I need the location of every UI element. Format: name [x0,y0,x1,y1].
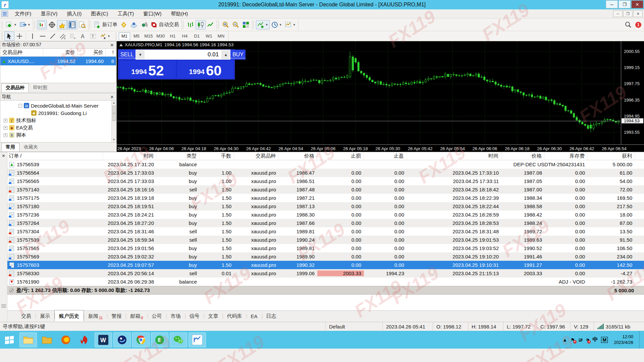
crosshair-tool-button[interactable] [14,32,24,41]
order-row[interactable]: 157571402023.04.25 18:16:16sell1.50xauus… [7,185,644,194]
order-row[interactable]: 157583302023.04.25 20:56:14sell0.01xauus… [7,269,644,278]
orders-column-header[interactable]: 价格 [279,152,317,160]
market-watch-row[interactable]: XAUUSD....1994.521994.608 [0,57,116,65]
minimize-button[interactable]: ─ [606,0,618,8]
order-row[interactable]: 157571802023.04.25 18:19:51buy1.50xauusd… [7,202,644,210]
history-center-button[interactable] [119,20,129,29]
channel-tool-button[interactable]: E [58,32,68,41]
zoom-in-button[interactable] [221,20,231,29]
indicators-button[interactable]: ▼ [256,20,270,29]
menu-t[interactable]: 工具(T) [113,9,139,18]
terminal-tab-信号[interactable]: 信号 [185,311,204,321]
restore-button[interactable]: ❐ [619,0,631,8]
orders-column-header[interactable]: 时间 [103,152,157,160]
terminal-tab-文章[interactable]: 文章 [204,311,223,321]
navigator-scrollbar[interactable]: ▲≡▼ [111,101,116,142]
timeframe-h4-button[interactable]: H4 [179,32,191,40]
search-button[interactable] [623,20,633,29]
timeframe-mn-button[interactable]: MN [215,32,227,40]
order-row[interactable]: 157572642023.04.25 18:27:20buy1.50xauusd… [7,219,644,227]
data-window-button[interactable] [77,20,87,29]
orders-column-header[interactable]: 交易品种 [234,152,279,160]
menu-w[interactable]: 窗口(W) [139,9,166,18]
navigator-close-icon[interactable]: ✕ [109,95,115,100]
nav-item-user[interactable]: ☻2019991: Guodong Li [2,109,116,117]
menu-c[interactable]: 图表(C) [86,9,113,18]
wechat-taskbar-button[interactable] [170,333,187,347]
menu-i[interactable]: 插入(I) [62,9,86,18]
market-watch-column-header[interactable]: 卖价 [43,49,77,56]
profile-indicator[interactable]: Default [325,322,382,331]
tree-expander-icon[interactable]: + [4,126,7,130]
orders-column-header[interactable]: 手数 [200,152,234,160]
child-minimize-button[interactable]: ─ [613,10,623,17]
network-icon[interactable]: 🖳 [578,337,583,343]
chrome-taskbar-button[interactable] [132,333,150,347]
ime-indicator[interactable]: 中 [592,336,598,343]
nav-item-server[interactable]: -▤DecodeGlobalLtd-Main Server [2,102,116,109]
terminal-tab-警报[interactable]: 警报 [107,311,126,321]
market-watch-tab-即时图[interactable]: 即时图 [29,83,52,92]
zoom-out-button[interactable] [231,20,241,29]
signals-button[interactable] [139,20,149,29]
order-row[interactable]: 157565652023.04.25 17:33:03buy1.00xauusd… [7,177,644,185]
chart-panel[interactable]: XAUUSD.PRO,M1 1994.16 1994.56 1994.16 19… [117,41,644,152]
navigator-tab-常用[interactable]: 常用 [1,143,19,152]
timeframe-w1-button[interactable]: W1 [203,32,215,40]
periods-button[interactable]: ▼ [270,20,283,29]
terminal-tab-日志[interactable]: 日志 [262,311,281,321]
phoenix-taskbar-button[interactable] [76,333,93,347]
market-watch-column-header[interactable]: ! [106,49,116,56]
child-close-button[interactable]: ✕ [633,10,643,17]
taskbar-clock[interactable]: 12:00 2023/4/26 [611,334,636,346]
tree-expander-icon[interactable]: - [18,104,22,108]
menu-v[interactable]: 显示(V) [36,9,62,18]
orders-column-header[interactable]: 价格 [501,152,545,160]
tree-expander-icon[interactable]: + [4,133,7,137]
order-row[interactable]: 157575692023.04.25 19:02:32buy1.50xauusd… [7,252,644,261]
terminal-tab-市场[interactable]: 市场 [166,311,185,321]
timeframe-m1-button[interactable]: M1 [119,32,130,40]
file-explorer-taskbar-button[interactable] [19,333,37,347]
order-row[interactable]: 157573042023.04.25 18:31:46sell1.50xauus… [7,227,644,236]
timeframe-d1-button[interactable]: D1 [191,32,203,40]
firefox-taskbar-button[interactable] [57,333,74,347]
terminal-grip-icon[interactable] [1,304,6,308]
orders-column-header[interactable]: 获利 [588,152,635,160]
terminal-tab-邮箱[interactable]: 邮箱8 [126,311,147,321]
navigator-tab-收藏夹[interactable]: 收藏夹 [19,143,42,152]
market-watch-column-header[interactable]: 买价 [77,49,106,56]
nav-item-script[interactable]: +§脚本 [2,131,116,139]
timeframe-m30-button[interactable]: M30 [155,32,166,40]
terminal-tab-账户历史[interactable]: 账户历史 [54,310,84,321]
cursor-tool-button[interactable] [4,32,14,41]
notification-badge[interactable]: 1 [635,22,641,28]
orders-column-header[interactable]: 止盈 [364,152,407,160]
action-center-icon[interactable]: ⚑ [571,337,575,343]
order-row[interactable]: 157619902023.04.26 06:29:38balanceADJ - … [7,278,644,286]
text-label-tool-button[interactable]: T [88,32,98,41]
time-axis[interactable]: 26 Apr 202326 Apr 04:0626 Apr 04:1826 Ap… [117,144,644,152]
terminal-tab-公司[interactable]: 公司 [148,311,166,321]
order-row[interactable]: 157576032023.04.25 19:07:57buy1.50xauusd… [7,261,644,269]
start-button[interactable] [1,333,18,347]
market-watch-close-icon[interactable]: ✕ [109,43,115,48]
nav-item-ea[interactable]: +◆EA交易 [2,124,116,131]
browser-360-taskbar-button[interactable]: 8 [151,333,168,347]
order-row[interactable]: 157565392023.04.25 17:31:20balanceDEP-DE… [7,160,644,169]
timeframe-h1-button[interactable]: H1 [167,32,178,40]
sell-button[interactable]: SELL [118,50,136,60]
terminal-tab-新闻[interactable]: 新闻11 [84,311,107,321]
new-order-button[interactable]: 新订单 [92,20,119,29]
lot-size-input[interactable] [145,50,221,59]
ime-mode-indicator[interactable]: M [601,337,608,343]
lot-increase-button[interactable]: ▲ [221,50,230,59]
tray-expand-icon[interactable]: ▲ [562,337,567,343]
profiles-button[interactable]: ▼ [18,20,32,29]
menu-f[interactable]: 文件(F) [10,9,36,18]
lot-decrease-button[interactable]: ▼ [136,50,145,59]
favorites-button[interactable] [57,20,67,29]
child-restore-button[interactable]: ❐ [623,10,633,17]
wps-w-taskbar-button[interactable]: W [95,333,112,347]
terminal-tab-EA[interactable]: EA [247,312,262,321]
